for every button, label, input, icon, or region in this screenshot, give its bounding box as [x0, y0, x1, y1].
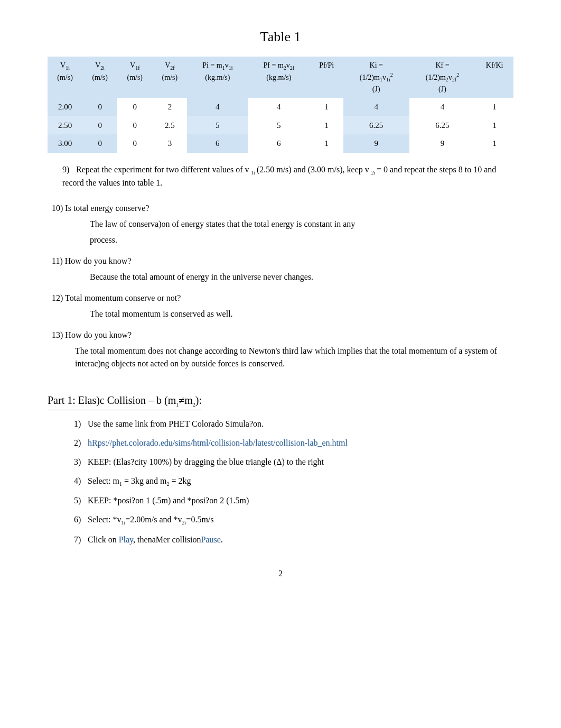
link-text[interactable]: hRps://phet.colorado.edu/sims/html/colli… — [88, 438, 348, 447]
question-text: Repeat the experiment for two different … — [62, 165, 496, 187]
answer-text: Because the total amount of energy in th… — [52, 271, 464, 283]
col-pfpi: Pf/Pi — [310, 57, 343, 98]
question-10: 10) Is total energy conserve? The law of… — [52, 202, 513, 246]
question-12: 12) Total momentum conserve or not? The … — [52, 292, 513, 320]
cell: 1 — [310, 134, 343, 153]
answer-text: The total momentum is conserved as well. — [52, 308, 464, 320]
cell: 6.25 — [409, 116, 476, 135]
step-list: 1)Use the same link from PHET Colorado S… — [48, 418, 513, 546]
cell: 1 — [475, 98, 513, 116]
col-v1i: V1i(m/s) — [48, 57, 82, 98]
cell: 9 — [343, 134, 409, 153]
cell: 4 — [343, 98, 409, 116]
col-v2f: V2f(m/s) — [152, 57, 187, 98]
page-number: 2 — [48, 567, 513, 580]
table-row: 2.50 0 0 2.5 5 5 1 6.25 6.25 1 — [48, 116, 513, 135]
col-pf: Pf = m2v2f(kg.m/s) — [248, 57, 310, 98]
cell: 2.00 — [48, 98, 82, 116]
cell: 6.25 — [343, 116, 409, 135]
cell: 0 — [82, 98, 117, 116]
cell: 0 — [117, 98, 152, 116]
item-number: 4) — [74, 475, 88, 487]
cell: 1 — [475, 134, 513, 153]
answer-text: The total momentum does not change accor… — [52, 345, 513, 370]
cell: 0 — [82, 116, 117, 135]
cell: 6 — [187, 134, 248, 153]
step-6: 6)Select: *v1i=2.00m/s and *v2i=0.5m/s — [74, 513, 513, 527]
step-5: 5)KEEP: *posi?on 1 (.5m) and *posi?on 2 … — [74, 494, 513, 507]
cell: 3.00 — [48, 134, 82, 153]
cell: 2.5 — [152, 116, 187, 135]
step-1: 1)Use the same link from PHET Colorado S… — [74, 418, 513, 430]
cell: 0 — [117, 134, 152, 153]
item-number: 13) — [52, 330, 63, 339]
data-table: V1i(m/s) V2i(m/s) V1f(m/s) V2f(m/s) Pi =… — [48, 57, 513, 153]
cell: 9 — [409, 134, 476, 153]
step-text: Use the same link from PHET Colorado Sim… — [88, 419, 264, 428]
item-number: 6) — [74, 513, 88, 526]
answer-text: process. — [52, 234, 464, 246]
question-list: 9)Repeat the experiment for two differen… — [48, 163, 513, 189]
cell: 0 — [82, 134, 117, 153]
step-text: KEEP: (Elas?city 100%) by dragging the b… — [88, 457, 324, 466]
cell: 5 — [248, 116, 310, 135]
col-kf: Kf =(1/2)m2v2f2(J) — [409, 57, 476, 98]
col-ki: Ki =(1/2)m1v1i2(J) — [343, 57, 409, 98]
step-2: 2)hRps://phet.colorado.edu/sims/html/col… — [74, 437, 513, 449]
item-number: 2) — [74, 437, 88, 449]
cell: 4 — [409, 98, 476, 116]
step-text: Select: *v1i=2.00m/s and *v2i=0.5m/s — [88, 515, 214, 524]
col-pi: Pi = m1v1i(kg.m/s) — [187, 57, 248, 98]
answer-text: The law of conserva)on of energy states … — [52, 218, 464, 231]
question-text: How do you know? — [63, 330, 132, 339]
item-number: 1) — [74, 418, 88, 430]
step-7: 7)Click on Play, thenaMer collisionPause… — [74, 533, 513, 546]
step-3: 3)KEEP: (Elas?city 100%) by dragging the… — [74, 456, 513, 468]
cell: 0 — [117, 116, 152, 135]
question-11: 11) How do you know? Because the total a… — [52, 255, 513, 283]
question-text: Is total energy conserve? — [63, 204, 149, 213]
cell: 1 — [310, 116, 343, 135]
question-13: 13) How do you know? The total momentum … — [52, 329, 513, 370]
question-text: Total momentum conserve or not? — [63, 293, 181, 302]
table-row: 3.00 0 0 3 6 6 1 9 9 1 — [48, 134, 513, 153]
item-number: 7) — [74, 533, 88, 546]
step-4: 4)Select: m1 = 3kg and m2 = 2kg — [74, 475, 513, 488]
cell: 5 — [187, 116, 248, 135]
col-kfki: Kf/Ki — [475, 57, 513, 98]
table-title: Table 1 — [48, 26, 513, 47]
step-text: KEEP: *posi?on 1 (.5m) and *posi?on 2 (1… — [88, 496, 249, 505]
item-number: 3) — [74, 456, 88, 468]
table-row: 2.00 0 0 2 4 4 1 4 4 1 — [48, 98, 513, 116]
col-v2i: V2i(m/s) — [82, 57, 117, 98]
col-v1f: V1f(m/s) — [117, 57, 152, 98]
cell: 2.50 — [48, 116, 82, 135]
item-number: 10) — [52, 204, 63, 213]
item-number: 5) — [74, 494, 88, 507]
step-text: Select: m1 = 3kg and m2 = 2kg — [88, 476, 191, 485]
item-number: 11) — [52, 256, 63, 265]
table-header-row: V1i(m/s) V2i(m/s) V1f(m/s) V2f(m/s) Pi =… — [48, 57, 513, 98]
item-number: 12) — [52, 293, 63, 302]
cell: 2 — [152, 98, 187, 116]
cell: 3 — [152, 134, 187, 153]
question-text: How do you know? — [63, 256, 132, 265]
cell: 6 — [248, 134, 310, 153]
part-heading: Part 1: Elas)c Collision – b (m1≠m2): — [48, 383, 513, 418]
item-number: 9) — [62, 163, 76, 176]
cell: 4 — [248, 98, 310, 116]
cell: 1 — [310, 98, 343, 116]
cell: 4 — [187, 98, 248, 116]
step-text: Click on Play, thenaMer collisionPause. — [88, 535, 223, 544]
question-9: 9)Repeat the experiment for two differen… — [62, 163, 513, 189]
cell: 1 — [475, 116, 513, 135]
question-list-2: 10) Is total energy conserve? The law of… — [48, 202, 513, 370]
